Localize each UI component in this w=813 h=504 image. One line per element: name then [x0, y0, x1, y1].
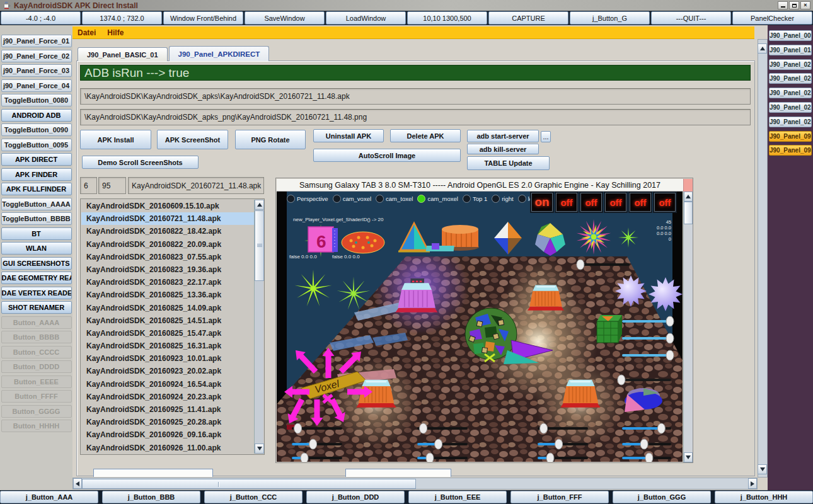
- apk-list-item[interactable]: KayAndroidSDK_20160925_11.41.apk: [81, 403, 255, 416]
- apk-list-scroll-thumb[interactable]: [255, 210, 264, 281]
- apk-list-item[interactable]: KayAndroidSDK_20160825_15.47.apk: [81, 327, 255, 340]
- adb-kill-server-button[interactable]: adb kill-server: [467, 144, 539, 154]
- apk-list-item[interactable]: KayAndroidSDK_20160825_16.31.apk: [81, 340, 255, 352]
- png-path-field[interactable]: \KayAndroidSDK\KayAndroidSDK_apks_png\Ka…: [80, 109, 751, 125]
- delete-apk-button[interactable]: Delete APK: [390, 129, 461, 142]
- apk-list-item[interactable]: KayAndroidSDK_20160926_09.16.apk: [81, 428, 255, 441]
- table-update-button[interactable]: TABLE Update: [467, 156, 550, 170]
- sidebar-button[interactable]: APK FULLFINDER: [1, 183, 72, 195]
- apk-install-button[interactable]: APK Install: [80, 130, 151, 149]
- apk-selected-name-field[interactable]: KayAndroidSDK_20160721_11.48.apk: [128, 177, 264, 194]
- sidebar-button[interactable]: BT: [1, 227, 72, 240]
- demo-scroll-screenshots-button[interactable]: Demo Scroll ScreenShots: [82, 156, 199, 169]
- apk-list-item[interactable]: KayAndroidSDK_20160926_11.00.apk: [81, 442, 255, 454]
- apk-list-item[interactable]: KayAndroidSDK_20160923_10.01.apk: [81, 352, 255, 365]
- scroll-left-icon[interactable]: [73, 478, 82, 489]
- right-panel-button[interactable]: J90_Panel_0270: [769, 59, 812, 70]
- sidebar-button[interactable]: Button_BBBB: [1, 331, 72, 343]
- right-panel-button[interactable]: J90_Panel_0950: [769, 145, 812, 156]
- more-button[interactable]: ...: [541, 131, 551, 142]
- sidebar-button[interactable]: APK DIRECT: [1, 153, 72, 166]
- sidebar-button[interactable]: j90_Panel_Force_01: [1, 35, 72, 47]
- sidebar-button[interactable]: GUI SCREENSHOTS: [1, 257, 72, 270]
- apk-list-item[interactable]: KayAndroidSDK_20160822_20.09.apk: [81, 238, 255, 251]
- apk-list-scrollbar[interactable]: [254, 200, 263, 454]
- sidebar-button[interactable]: Button_FFFF: [1, 390, 72, 403]
- bottom-bar-button[interactable]: j_Button_FFF: [510, 491, 609, 503]
- apk-screenshot-button[interactable]: APK ScreenShot: [157, 130, 228, 149]
- sidebar-button[interactable]: j90_Panel_Force_04: [1, 79, 72, 92]
- tab[interactable]: J90_Panel_APKDIRECT: [169, 46, 270, 61]
- apk-list-item[interactable]: KayAndroidSDK_20160924_16.54.apk: [81, 378, 255, 391]
- sidebar-button[interactable]: ToggleButton_0095: [1, 139, 72, 151]
- clipped-button[interactable]: [345, 469, 451, 477]
- apk-count-field[interactable]: 95: [98, 177, 126, 194]
- sidebar-button[interactable]: j90_Panel_Force_02: [1, 50, 72, 62]
- apk-list-item[interactable]: KayAndroidSDK_20160924_20.23.apk: [81, 391, 255, 403]
- scroll-right-icon[interactable]: [748, 478, 757, 489]
- png-rotate-button[interactable]: PNG Rotate: [235, 130, 306, 149]
- sidebar-button[interactable]: APK FINDER: [1, 168, 72, 181]
- right-panel-button[interactable]: J90_Panel_0220: [769, 88, 812, 98]
- toolbar-button[interactable]: j_Button_G: [570, 11, 650, 25]
- toolbar-button[interactable]: 10,10 1300,500: [407, 11, 487, 25]
- preview-scroll-down-icon[interactable]: [684, 452, 693, 462]
- adb-start-server-button[interactable]: adb start-server: [467, 130, 539, 142]
- toolbar-button[interactable]: -4.0 ; -4.0: [1, 11, 81, 25]
- apk-list-item[interactable]: KayAndroidSDK_20160823_19.36.apk: [81, 263, 255, 276]
- sidebar-button[interactable]: Button_HHHH: [1, 420, 72, 432]
- apk-list-item[interactable]: KayAndroidSDK_20160825_14.51.apk: [81, 314, 255, 327]
- bottom-bar-button[interactable]: j_Button_CCC: [204, 491, 303, 503]
- scroll-down-icon[interactable]: [255, 444, 264, 454]
- apk-list-item[interactable]: KayAndroidSDK_20160721_11.48.apk: [81, 212, 255, 225]
- sidebar-button[interactable]: Button_DDDD: [1, 360, 72, 373]
- sidebar-button[interactable]: SHOT RENAMER: [1, 301, 72, 314]
- toolbar-button[interactable]: LoadWindow: [326, 11, 406, 25]
- menu-item[interactable]: Hilfe: [107, 28, 124, 37]
- scroll-up-icon[interactable]: [255, 200, 264, 210]
- bottom-bar-button[interactable]: j_Button_EEE: [408, 491, 507, 503]
- apk-list-item[interactable]: KayAndroidSDK_20160823_07.55.apk: [81, 251, 255, 263]
- apk-path-field[interactable]: \KayAndroidSDK\KayAndroidSDK_apks\KayAnd…: [80, 88, 751, 105]
- toolbar-button[interactable]: 1374.0 ; 732.0: [82, 11, 162, 25]
- sidebar-button[interactable]: ANDROID ADB: [1, 109, 72, 122]
- right-panel-button[interactable]: J90_Panel_0100: [769, 45, 812, 55]
- tab[interactable]: J90_Panel_BASIC_01: [78, 47, 168, 61]
- autoscroll-image-button[interactable]: AutoScroll Image: [313, 149, 461, 162]
- sidebar-button[interactable]: Button_GGGG: [1, 405, 72, 418]
- right-panel-button[interactable]: J90_Panel_0250: [769, 117, 812, 127]
- toolbar-button[interactable]: SaveWindow: [245, 11, 325, 25]
- preview-scroll-thumb[interactable]: [684, 202, 693, 224]
- right-panel-button[interactable]: J90_Panel_0205: [769, 73, 812, 84]
- sidebar-button[interactable]: j90_Panel_Force_03: [1, 64, 72, 77]
- right-panel-button[interactable]: J90_Panel_0230: [769, 102, 812, 113]
- minimize-button[interactable]: [778, 1, 788, 9]
- sidebar-button[interactable]: Button_CCCC: [1, 346, 72, 358]
- preview-scroll-up-icon[interactable]: [684, 192, 693, 202]
- bottom-bar-button[interactable]: j_Button_AAA: [0, 491, 98, 503]
- main-scroll-up-icon[interactable]: [758, 43, 767, 54]
- apk-list-item[interactable]: KayAndroidSDK_20160609.15.10.apk: [81, 200, 255, 212]
- horizontal-scroll-thumb[interactable]: [82, 479, 416, 489]
- sidebar-button[interactable]: ToggleButton_AAAA: [1, 198, 72, 210]
- main-scroll-down-icon[interactable]: [758, 464, 767, 474]
- toolbar-button[interactable]: ---QUIT---: [651, 11, 731, 25]
- restore-button[interactable]: [789, 1, 799, 9]
- apk-index-field[interactable]: 6: [80, 177, 97, 194]
- bottom-bar-button[interactable]: j_Button_GGG: [613, 491, 711, 503]
- sidebar-button[interactable]: Button_EEEE: [1, 375, 72, 388]
- apk-list-item[interactable]: KayAndroidSDK_20160825_14.09.apk: [81, 302, 255, 314]
- sidebar-button[interactable]: Button_AAAA: [1, 316, 72, 329]
- apk-list-item[interactable]: KayAndroidSDK_20160925_20.28.apk: [81, 416, 255, 428]
- toolbar-button[interactable]: CAPTURE: [488, 11, 568, 25]
- menu-item[interactable]: Datei: [78, 28, 96, 37]
- clipped-button[interactable]: [93, 469, 213, 477]
- apk-list-item[interactable]: KayAndroidSDK_20160823_22.17.apk: [81, 276, 255, 289]
- uninstall-apk-button[interactable]: Uninstall APK: [313, 129, 384, 142]
- apk-list-item[interactable]: KayAndroidSDK_20160825_13.36.apk: [81, 289, 255, 301]
- bottom-bar-button[interactable]: j_Button_HHH: [715, 491, 813, 503]
- bottom-bar-button[interactable]: j_Button_BBB: [102, 491, 200, 503]
- main-vertical-scrollbar[interactable]: [758, 39, 768, 478]
- horizontal-scrollbar[interactable]: [72, 478, 758, 490]
- sidebar-button[interactable]: ToggleButton_0080: [1, 94, 72, 106]
